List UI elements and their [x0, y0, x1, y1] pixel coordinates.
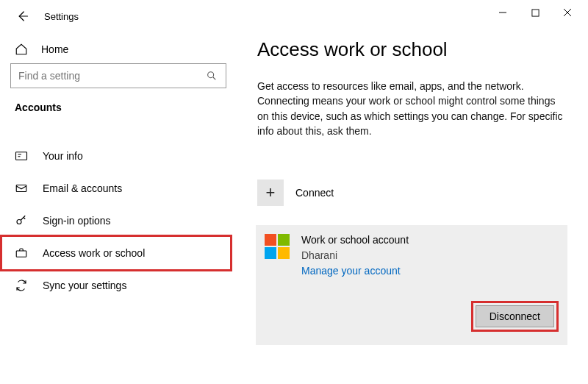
svg-point-3 — [17, 220, 21, 224]
svg-point-0 — [208, 72, 214, 78]
home-icon — [15, 43, 28, 56]
sidebar-item-sync-settings[interactable]: Sync your settings — [0, 269, 237, 302]
sidebar-item-label: Access work or school — [43, 247, 145, 259]
connect-button[interactable]: + Connect — [257, 175, 567, 225]
page-description: Get access to resources like email, apps… — [257, 79, 567, 138]
sidebar-item-signin-options[interactable]: Sign-in options — [0, 205, 237, 237]
sidebar-item-access-work-school[interactable]: Access work or school — [0, 235, 232, 271]
account-title: Work or school account — [301, 232, 409, 248]
home-nav[interactable]: Home — [0, 35, 237, 63]
close-button[interactable] — [551, 1, 584, 24]
svg-rect-1 — [16, 152, 27, 160]
window-title: Settings — [44, 11, 79, 22]
page-title: Access work or school — [257, 38, 567, 61]
minimize-button[interactable] — [487, 1, 519, 24]
disconnect-highlight: Disconnect — [471, 301, 559, 332]
briefcase-icon — [15, 246, 28, 260]
search-icon — [205, 69, 218, 82]
back-button[interactable] — [15, 9, 29, 24]
plus-icon: + — [257, 179, 284, 206]
svg-rect-5 — [531, 9, 538, 15]
sidebar-item-label: Sign-in options — [43, 215, 111, 227]
svg-rect-4 — [16, 251, 26, 257]
sidebar-item-label: Your info — [43, 150, 83, 162]
account-card[interactable]: Work or school account Dharani Manage yo… — [256, 225, 567, 345]
home-label: Home — [41, 43, 68, 55]
disconnect-button[interactable]: Disconnect — [476, 305, 554, 327]
manage-account-link[interactable]: Manage your account — [301, 263, 409, 279]
sidebar-item-label: Sync your settings — [43, 280, 126, 291]
mail-icon — [15, 182, 28, 195]
connect-label: Connect — [295, 187, 334, 199]
maximize-button[interactable] — [519, 1, 551, 24]
search-input[interactable] — [18, 70, 205, 82]
sidebar-item-label: Email & accounts — [43, 182, 122, 194]
microsoft-logo-icon — [265, 234, 290, 259]
section-label: Accounts — [0, 102, 237, 125]
sidebar-item-your-info[interactable]: Your info — [0, 140, 237, 172]
svg-rect-2 — [16, 185, 26, 192]
key-icon — [15, 214, 28, 227]
search-box[interactable] — [10, 63, 226, 88]
sidebar-item-email-accounts[interactable]: Email & accounts — [0, 172, 237, 205]
sync-icon — [15, 279, 28, 292]
person-card-icon — [15, 149, 28, 163]
account-name: Dharani — [301, 248, 409, 263]
